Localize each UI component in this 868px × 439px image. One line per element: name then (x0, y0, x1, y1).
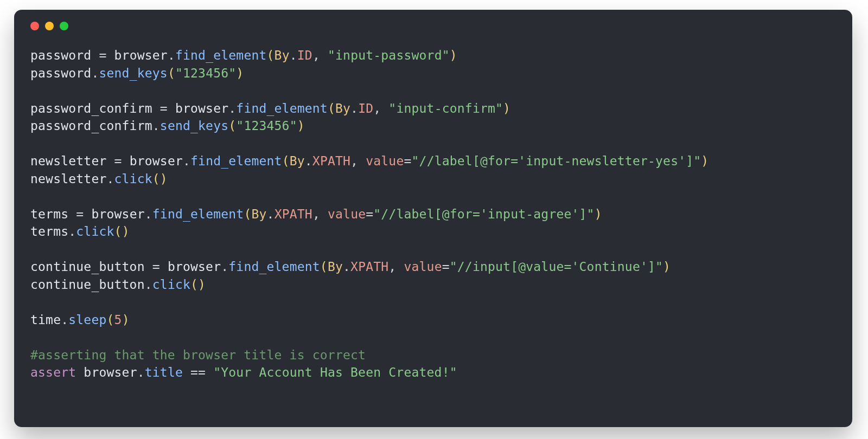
code-token: By (328, 260, 343, 274)
code-token (76, 365, 84, 379)
code-token: ) (503, 101, 510, 115)
code-token: . (145, 207, 152, 221)
code-token: find_element (228, 260, 320, 274)
code-token: password (30, 48, 91, 62)
code-line: newsletter = browser.find_element(By.XPA… (30, 154, 709, 168)
code-line: terms = browser.find_element(By.XPATH, v… (30, 207, 602, 221)
code-block[interactable]: password = browser.find_element(By.ID, "… (30, 47, 836, 382)
code-token: "123456" (236, 119, 297, 133)
close-icon[interactable] (30, 22, 39, 30)
code-token: . (221, 260, 228, 274)
code-token: browser (175, 101, 228, 115)
code-token: ) (236, 66, 244, 80)
code-token: . (350, 101, 358, 115)
code-token: "123456" (175, 66, 236, 80)
code-token: send_keys (160, 119, 228, 133)
code-token: . (68, 224, 76, 238)
code-token: 5 (114, 313, 122, 327)
code-token: find_element (190, 154, 282, 168)
code-token: . (91, 66, 99, 80)
code-token: click (76, 224, 114, 238)
minimize-icon[interactable] (45, 22, 54, 30)
code-token: = (68, 207, 91, 221)
code-line: continue_button = browser.find_element(B… (30, 260, 671, 274)
code-token: terms (30, 207, 68, 221)
code-token: . (106, 172, 114, 186)
code-token: . (343, 260, 350, 274)
code-line: password.send_keys("123456") (30, 66, 244, 80)
code-token: ) (701, 154, 709, 168)
code-token: . (290, 48, 297, 62)
code-token: assert (30, 365, 76, 379)
page-wrapper: password = browser.find_element(By.ID, "… (0, 0, 868, 439)
code-token: "Your Account Has Been Created!" (213, 365, 457, 379)
code-token: browser (130, 154, 183, 168)
code-token: newsletter (30, 154, 106, 168)
code-token: browser (114, 48, 168, 62)
code-line: terms.click() (30, 224, 130, 238)
code-token: password_confirm (30, 101, 152, 115)
code-token: "//input[@value='Continue']" (450, 260, 663, 274)
code-line: continue_button.click() (30, 277, 206, 292)
code-token: ID (358, 101, 373, 115)
maximize-icon[interactable] (60, 22, 68, 30)
code-token: ) (595, 207, 602, 221)
code-token: newsletter (30, 172, 106, 186)
code-token: click (114, 172, 152, 186)
code-token: ( (267, 48, 275, 62)
code-token: ) (122, 313, 130, 327)
code-token: . (183, 154, 190, 168)
code-token: , (312, 207, 328, 221)
code-token: ) (297, 119, 305, 133)
code-token: value (366, 154, 404, 168)
code-line: newsletter.click() (30, 172, 168, 186)
code-token: By (290, 154, 305, 168)
code-token: = (442, 260, 450, 274)
code-token: , (373, 101, 388, 115)
code-token: , (312, 48, 328, 62)
code-token: ( (282, 154, 290, 168)
code-token: By (275, 48, 290, 62)
code-line: password_confirm.send_keys("123456") (30, 119, 305, 133)
code-token: ( (107, 313, 114, 327)
code-token: sleep (68, 313, 106, 327)
code-token: ( (168, 66, 175, 80)
code-line: assert browser.title == "Your Account Ha… (30, 365, 457, 379)
code-token: , (350, 154, 366, 168)
code-token: ( (152, 172, 160, 186)
code-editor-window: password = browser.find_element(By.ID, "… (14, 10, 852, 427)
code-token: value (328, 207, 366, 221)
code-token: #asserting that the browser title is cor… (30, 348, 366, 362)
code-token: "//label[@for='input-newsletter-yes']" (412, 154, 701, 168)
code-token: = (404, 154, 411, 168)
code-token: "input-password" (328, 48, 450, 62)
code-token: . (145, 277, 152, 292)
code-token: . (61, 313, 68, 327)
code-line: password = browser.find_element(By.ID, "… (30, 48, 457, 62)
code-token: . (305, 154, 312, 168)
code-token: ( (328, 101, 335, 115)
code-token: = (366, 207, 373, 221)
code-token: send_keys (99, 66, 167, 80)
code-token: = (91, 48, 114, 62)
code-token: . (267, 207, 275, 221)
code-token: . (152, 119, 160, 133)
code-token: = (106, 154, 129, 168)
code-token: title (145, 365, 183, 379)
code-token: ( (320, 260, 328, 274)
code-token: = (145, 260, 168, 274)
code-token: "//label[@for='input-agree']" (373, 207, 594, 221)
code-token: password (30, 66, 91, 80)
code-token: find_element (152, 207, 244, 221)
code-token: XPATH (350, 260, 388, 274)
code-token: continue_button (30, 277, 145, 292)
code-token: ) (663, 260, 671, 274)
code-token: click (152, 277, 190, 292)
code-token: . (168, 48, 175, 62)
code-token: ) (450, 48, 457, 62)
code-token: ) (160, 172, 168, 186)
code-token: ( (190, 277, 198, 292)
code-token: . (228, 101, 236, 115)
code-token: By (251, 207, 266, 221)
code-token: = (152, 101, 175, 115)
